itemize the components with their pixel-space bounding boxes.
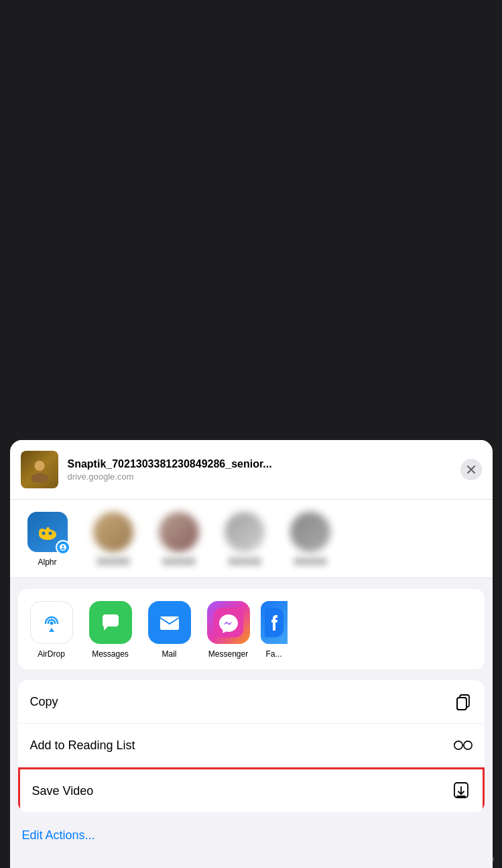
airdrop-icon: [30, 601, 73, 644]
app-item-messenger[interactable]: Messenger: [202, 601, 255, 659]
contact-label-5: [294, 557, 327, 565]
reading-list-action[interactable]: Add to Reading List: [18, 724, 485, 767]
close-button[interactable]: [460, 459, 482, 480]
app-item-mail[interactable]: Mail: [143, 601, 196, 659]
app-item-messages[interactable]: Messages: [84, 601, 137, 659]
download-icon: [452, 781, 470, 800]
save-video-action[interactable]: Save Video: [18, 767, 485, 812]
svg-point-1: [31, 473, 48, 482]
copy-action[interactable]: Copy: [18, 680, 485, 724]
contact-item-3[interactable]: [152, 512, 206, 567]
contact-label-4: [228, 557, 261, 565]
contacts-row: Alphr: [10, 500, 493, 578]
file-subtitle: drive.google.com: [68, 472, 451, 482]
contact-item-4[interactable]: [218, 512, 271, 567]
reading-list-label: Add to Reading List: [30, 739, 135, 753]
messenger-icon: [207, 601, 250, 644]
svg-rect-15: [457, 698, 466, 710]
svg-point-6: [48, 532, 52, 535]
app-item-airdrop[interactable]: AirDrop: [25, 601, 78, 659]
svg-point-5: [42, 532, 45, 535]
contact-item-2[interactable]: [86, 512, 140, 567]
copy-label: Copy: [30, 695, 58, 709]
messages-icon: [89, 601, 132, 644]
contact-label-2: [97, 557, 130, 565]
contact-label-3: [162, 557, 196, 565]
contact-item-5[interactable]: [284, 512, 337, 567]
facebook-icon: [261, 601, 288, 644]
mail-icon: [148, 601, 191, 644]
svg-point-8: [50, 622, 53, 625]
airdrop-badge: [56, 540, 70, 555]
svg-point-17: [454, 741, 462, 749]
mail-label: Mail: [162, 649, 176, 659]
apps-section: AirDrop Messages Mail: [18, 589, 485, 669]
file-title: Snaptik_7021303381230849286_senior...: [68, 458, 451, 470]
edit-actions-button[interactable]: Edit Actions...: [18, 823, 99, 848]
alphr-label: Alphr: [38, 557, 56, 567]
svg-rect-4: [46, 527, 50, 532]
svg-point-0: [34, 461, 44, 471]
file-info: Snaptik_7021303381230849286_senior... dr…: [68, 458, 451, 482]
share-sheet: Snaptik_7021303381230849286_senior... dr…: [10, 440, 493, 868]
app-item-facebook[interactable]: Fa...: [261, 601, 288, 659]
save-video-label: Save Video: [32, 784, 94, 798]
sheet-header: Snaptik_7021303381230849286_senior... dr…: [10, 440, 493, 500]
edit-actions-section: Edit Actions...: [18, 823, 485, 848]
airdrop-label: AirDrop: [38, 649, 65, 659]
watermark: www.deuaq.com: [445, 855, 494, 863]
glasses-icon: [454, 736, 473, 755]
svg-point-18: [463, 741, 471, 749]
facebook-label: Fa...: [265, 649, 281, 659]
file-thumbnail: [21, 451, 58, 488]
messages-label: Messages: [92, 649, 129, 659]
actions-section: Copy Add to Reading List: [18, 680, 485, 812]
alphr-avatar: [27, 512, 68, 552]
messenger-label: Messenger: [208, 649, 248, 659]
contact-item-alphr[interactable]: Alphr: [21, 512, 74, 567]
copy-icon: [454, 692, 473, 711]
